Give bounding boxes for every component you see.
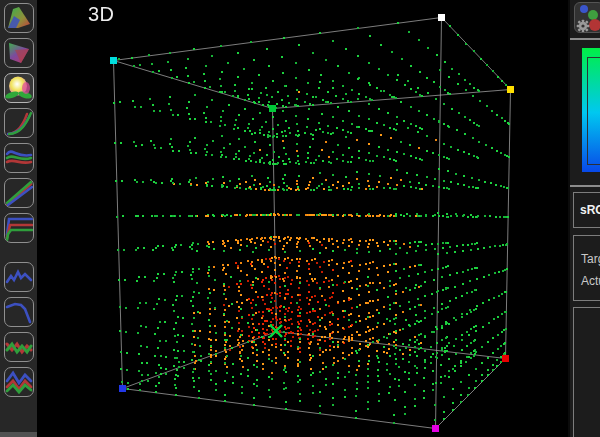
- gamut-3d-view-canvas[interactable]: [0, 0, 600, 437]
- panel-separator: [570, 38, 600, 40]
- target-label: Target: [581, 252, 600, 266]
- colorspace-selector[interactable]: sRGB: [573, 192, 600, 228]
- color-scale-selection[interactable]: [587, 57, 600, 165]
- delta-e-color-scale[interactable]: [582, 48, 600, 172]
- thumb-luminance-rolloff[interactable]: [4, 297, 34, 327]
- right-settings-panel: sRGB Target Actual: [568, 0, 600, 437]
- thumb-rgb-levels[interactable]: [4, 213, 34, 243]
- thumb-luminance-peak[interactable]: [4, 262, 34, 292]
- view-title: 3D: [88, 3, 115, 26]
- colorspace-label: sRGB: [574, 203, 600, 217]
- thumb-rgb-linearity[interactable]: [4, 178, 34, 208]
- thumb-gamut-3d[interactable]: [4, 73, 34, 103]
- sidebar-resize-grip[interactable]: [0, 432, 37, 437]
- thumb-rgb-tracking[interactable]: [4, 367, 34, 397]
- legend-box: Target Actual: [573, 235, 600, 301]
- thumb-cie-xy-gamut[interactable]: [4, 3, 34, 33]
- thumb-gamma-curves[interactable]: [4, 108, 34, 138]
- actual-label: Actual: [581, 274, 600, 288]
- thumb-red-green-tracking[interactable]: [4, 332, 34, 362]
- info-box: [573, 307, 600, 437]
- thumb-cie-uv-gamut[interactable]: [4, 38, 34, 68]
- panel-separator: [570, 185, 600, 187]
- chart-thumbnail-sidebar: [0, 0, 37, 437]
- color-settings-gear-icon: [575, 3, 600, 32]
- thumb-rgb-balance-curves[interactable]: [4, 143, 34, 173]
- color-settings-button[interactable]: [574, 2, 600, 33]
